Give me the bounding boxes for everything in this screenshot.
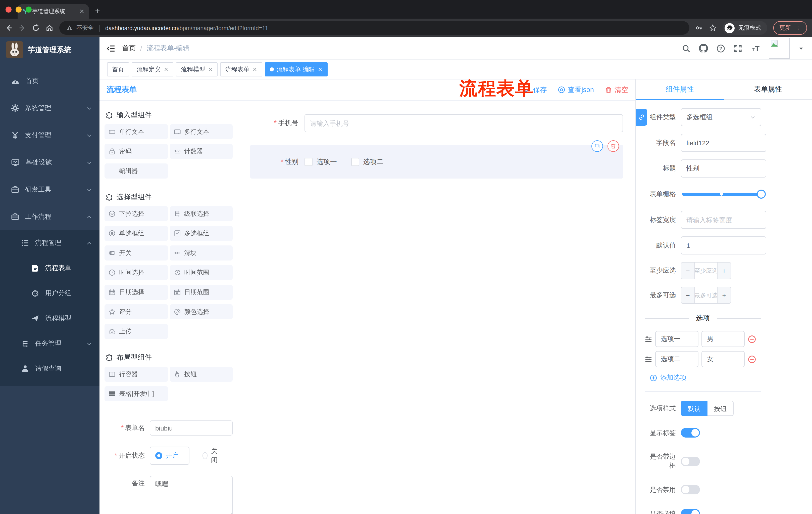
- option-value-input[interactable]: [701, 331, 745, 347]
- sidebar-item-home[interactable]: 首页: [0, 67, 99, 94]
- canvas-field-phone[interactable]: 手机号: [250, 114, 623, 132]
- close-window-button[interactable]: [5, 6, 11, 12]
- sidebar-item-devtools[interactable]: 研发工具: [0, 176, 99, 203]
- sidebar-item-process-model[interactable]: 流程模型: [0, 306, 99, 331]
- component-multi-text[interactable]: 多行文本: [170, 124, 233, 139]
- avatar[interactable]: [769, 38, 790, 59]
- app-logo[interactable]: 芋道管理系统: [0, 38, 99, 61]
- component-select[interactable]: 下拉选择: [105, 206, 168, 221]
- gender-option1-checkbox[interactable]: 选项一: [304, 157, 337, 166]
- phone-input[interactable]: [304, 114, 623, 132]
- tab-close-icon[interactable]: ✕: [79, 8, 84, 14]
- sidebar-item-infra[interactable]: 基础设施: [0, 149, 99, 176]
- browser-update-button[interactable]: 更新 ⋮: [773, 21, 807, 35]
- tab-form-props[interactable]: 表单属性: [724, 79, 812, 100]
- tag-close-icon[interactable]: ✕: [164, 66, 168, 73]
- avatar-caret-icon[interactable]: [799, 46, 804, 51]
- sidebar-item-workflow[interactable]: 工作流程: [0, 203, 99, 231]
- component-single-text[interactable]: 单行文本: [105, 124, 168, 139]
- tag-process-model[interactable]: 流程模型✕: [176, 62, 218, 77]
- tag-close-icon[interactable]: ✕: [208, 66, 212, 73]
- slider-handle[interactable]: [757, 190, 766, 199]
- form-grid-slider[interactable]: [682, 193, 761, 196]
- option-label-input[interactable]: [655, 351, 698, 367]
- drag-handle-icon[interactable]: [645, 355, 652, 363]
- reload-icon[interactable]: [32, 24, 40, 32]
- sidebar-item-user-group[interactable]: 用户分组: [0, 281, 99, 306]
- url-bar[interactable]: 不安全 dashboard.yudao.iocoder.cn/bpm/manag…: [59, 21, 689, 35]
- add-option-button[interactable]: 添加选项: [650, 373, 761, 382]
- style-button-button[interactable]: 按钮: [707, 401, 734, 416]
- help-icon[interactable]: [717, 44, 725, 53]
- github-icon[interactable]: [699, 44, 708, 53]
- sidebar-item-leave-query[interactable]: 请假查询: [0, 356, 99, 381]
- label-width-input[interactable]: [681, 211, 766, 229]
- duplicate-field-button[interactable]: [591, 140, 603, 152]
- view-json-button[interactable]: 查看json: [558, 85, 594, 94]
- option-label-input[interactable]: [655, 331, 698, 347]
- tag-process-definition[interactable]: 流程定义✕: [132, 62, 173, 77]
- canvas-field-gender-selected[interactable]: 性别 选项一 选项二: [250, 145, 623, 179]
- option-value-input[interactable]: [701, 351, 745, 367]
- bookmark-star-icon[interactable]: [709, 24, 717, 32]
- title-input[interactable]: [681, 159, 766, 178]
- designer-canvas[interactable]: 手机号 性别 选项一 选项二: [238, 101, 635, 514]
- sidebar-item-process-form[interactable]: 流程表单: [0, 255, 99, 281]
- key-icon[interactable]: [695, 24, 703, 32]
- link-tag-button[interactable]: [636, 109, 647, 126]
- tag-home[interactable]: 首页: [107, 62, 129, 77]
- sidebar-collapse-icon[interactable]: [107, 44, 115, 53]
- checkbox[interactable]: [351, 158, 359, 166]
- form-remark-textarea[interactable]: 嘿嘿: [150, 476, 233, 514]
- component-table[interactable]: 表格[开发中]: [105, 386, 168, 401]
- form-name-input[interactable]: [150, 421, 233, 436]
- tag-close-icon[interactable]: ✕: [318, 66, 322, 73]
- component-type-select[interactable]: 多选框组: [681, 108, 761, 126]
- back-icon[interactable]: [5, 24, 12, 32]
- component-upload[interactable]: 上传: [105, 324, 168, 339]
- component-color-picker[interactable]: 颜色选择: [170, 304, 233, 319]
- component-time-picker[interactable]: 时间选择: [105, 265, 168, 280]
- component-checkbox-group[interactable]: 多选框组: [170, 226, 233, 241]
- with-border-toggle[interactable]: [681, 456, 700, 466]
- home-icon[interactable]: [46, 24, 53, 32]
- stepper-increase-button[interactable]: +: [717, 263, 731, 279]
- sidebar-item-system[interactable]: 系统管理: [0, 94, 99, 122]
- status-off-radio[interactable]: 关闭: [203, 447, 220, 465]
- breadcrumb-home[interactable]: 首页: [122, 44, 136, 53]
- min-select-stepper[interactable]: − 至少应选 +: [681, 262, 731, 279]
- show-label-toggle[interactable]: [681, 428, 700, 437]
- component-radio-group[interactable]: 单选框组: [105, 226, 168, 241]
- maximize-window-button[interactable]: [26, 6, 32, 12]
- component-time-range[interactable]: 时间范围: [170, 265, 233, 280]
- delete-field-button[interactable]: [608, 140, 619, 152]
- fullscreen-icon[interactable]: [734, 44, 742, 53]
- sidebar-item-task-mgmt[interactable]: 任务管理: [0, 331, 99, 356]
- default-value-input[interactable]: [681, 236, 766, 254]
- gender-option2-checkbox[interactable]: 选项二: [351, 157, 383, 166]
- remove-option-icon[interactable]: [748, 355, 756, 363]
- clear-button[interactable]: 清空: [605, 85, 628, 94]
- component-slider[interactable]: 滑块: [170, 245, 233, 261]
- component-row-container[interactable]: 行容器: [105, 367, 168, 382]
- window-controls[interactable]: [5, 6, 32, 12]
- tab-component-props[interactable]: 组件属性: [636, 79, 724, 100]
- stepper-increase-button[interactable]: +: [717, 287, 731, 303]
- checkbox[interactable]: [304, 158, 313, 166]
- component-date-picker[interactable]: 日期选择: [105, 285, 168, 300]
- component-button[interactable]: 按钮: [170, 367, 233, 382]
- component-date-range[interactable]: 日期范围: [170, 285, 233, 300]
- stepper-decrease-button[interactable]: −: [682, 263, 695, 279]
- component-cascader[interactable]: 级联选择: [170, 206, 233, 221]
- font-size-icon[interactable]: [751, 44, 760, 53]
- component-counter[interactable]: 计数器: [170, 144, 233, 159]
- required-toggle[interactable]: [681, 509, 700, 514]
- sidebar-item-payment[interactable]: 支付管理: [0, 122, 99, 149]
- option-style-segmented[interactable]: 默认 按钮: [681, 401, 734, 416]
- browser-menu-icon[interactable]: ⋮: [795, 25, 801, 31]
- drag-handle-icon[interactable]: [645, 335, 652, 343]
- new-tab-button[interactable]: +: [95, 6, 100, 16]
- search-icon[interactable]: [682, 44, 690, 53]
- remove-option-icon[interactable]: [748, 335, 756, 343]
- style-default-button[interactable]: 默认: [681, 401, 707, 416]
